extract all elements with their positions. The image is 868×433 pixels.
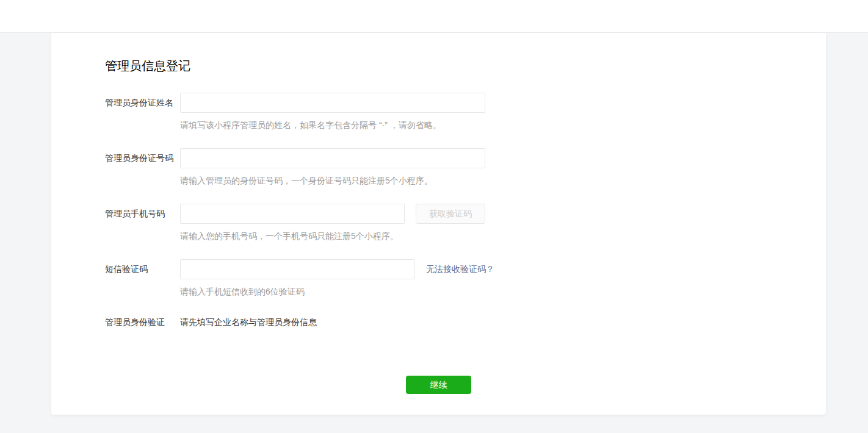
form-row-sms-code: 短信验证码 无法接收验证码？ 请输入手机短信收到的6位验证码 (51, 259, 826, 298)
form-row-admin-id-name: 管理员身份证姓名 请填写该小程序管理员的姓名，如果名字包含分隔号 “·” ，请勿… (51, 93, 826, 131)
admin-id-number-label: 管理员身份证号码 (105, 148, 180, 168)
form-row-admin-phone: 管理员手机号码 获取验证码 请输入您的手机号码，一个手机号码只能注册5个小程序。 (51, 204, 826, 242)
identity-verification-text: 请先填写企业名称与管理员身份信息 (180, 316, 826, 328)
sms-code-hint: 请输入手机短信收到的6位验证码 (180, 285, 826, 298)
admin-phone-label: 管理员手机号码 (105, 204, 180, 224)
cannot-receive-code-link[interactable]: 无法接收验证码？ (426, 259, 494, 279)
admin-id-number-hint: 请输入管理员的身份证号码，一个身份证号码只能注册5个小程序。 (180, 174, 826, 187)
top-navigation-bar (0, 0, 868, 33)
admin-id-name-hint: 请填写该小程序管理员的姓名，如果名字包含分隔号 “·” ，请勿省略。 (180, 119, 826, 131)
admin-phone-hint: 请输入您的手机号码，一个手机号码只能注册5个小程序。 (180, 230, 826, 242)
sms-code-input[interactable] (180, 259, 415, 279)
continue-button[interactable]: 继续 (406, 376, 471, 394)
sms-code-label: 短信验证码 (105, 259, 180, 279)
admin-phone-input[interactable] (180, 204, 405, 224)
admin-registration-card: 管理员信息登记 管理员身份证姓名 请填写该小程序管理员的姓名，如果名字包含分隔号… (51, 33, 826, 415)
page-background: 管理员信息登记 管理员身份证姓名 请填写该小程序管理员的姓名，如果名字包含分隔号… (0, 33, 868, 433)
get-verification-code-button[interactable]: 获取验证码 (416, 204, 485, 224)
form-row-admin-id-number: 管理员身份证号码 请输入管理员的身份证号码，一个身份证号码只能注册5个小程序。 (51, 148, 826, 187)
admin-id-name-label: 管理员身份证姓名 (105, 93, 180, 113)
identity-verification-label: 管理员身份验证 (105, 316, 180, 328)
admin-id-number-input[interactable] (180, 148, 485, 168)
button-row: 继续 (51, 376, 826, 394)
form-row-identity-verification: 管理员身份验证 请先填写企业名称与管理员身份信息 (51, 316, 826, 328)
admin-id-name-input[interactable] (180, 93, 485, 113)
page-title: 管理员信息登记 (105, 57, 826, 74)
